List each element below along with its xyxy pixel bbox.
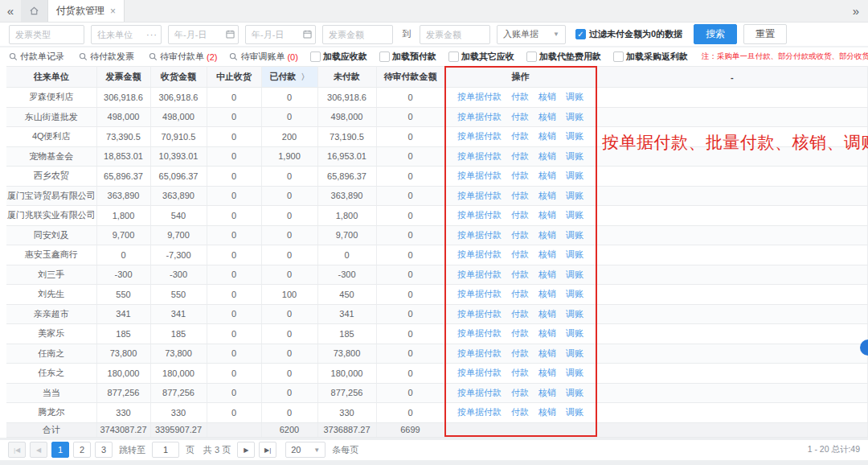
- invoice-type-input[interactable]: [9, 25, 84, 44]
- panel-expand-icon[interactable]: »: [844, 0, 868, 22]
- pay-link[interactable]: 付款: [511, 230, 529, 240]
- pending-adjust-approval-link[interactable]: 待审调账单(0): [229, 51, 297, 63]
- pay-link[interactable]: 付款: [511, 151, 529, 161]
- pay-link[interactable]: 付款: [511, 92, 529, 101]
- writeoff-link[interactable]: 核销: [538, 151, 556, 161]
- writeoff-link[interactable]: 核销: [538, 131, 556, 141]
- adjust-link[interactable]: 调账: [566, 348, 583, 358]
- adjust-link[interactable]: 调账: [566, 368, 583, 377]
- writeoff-link[interactable]: 核销: [538, 348, 556, 358]
- reset-button[interactable]: 重置: [743, 24, 787, 44]
- entry-document-select[interactable]: 入账单据 ▼: [497, 25, 566, 44]
- adjust-link[interactable]: 调账: [566, 249, 583, 259]
- adjust-link[interactable]: 调账: [566, 191, 583, 200]
- pay-link[interactable]: 付款: [511, 309, 529, 319]
- page-size-select[interactable]: 20 ▼: [285, 442, 326, 458]
- pay-by-document-link[interactable]: 按单据付款: [457, 92, 502, 101]
- pay-link[interactable]: 付款: [511, 210, 529, 220]
- pay-link[interactable]: 付款: [511, 368, 529, 377]
- calendar-icon[interactable]: [226, 30, 235, 39]
- pay-by-document-link[interactable]: 按单据付款: [457, 191, 502, 200]
- pay-link[interactable]: 付款: [511, 270, 529, 279]
- writeoff-link[interactable]: 核销: [538, 249, 556, 259]
- pay-link[interactable]: 付款: [511, 289, 529, 298]
- next-page-button[interactable]: ▶: [237, 442, 255, 458]
- first-page-button[interactable]: |◀: [8, 442, 26, 458]
- adjust-link[interactable]: 调账: [566, 210, 583, 220]
- adjust-link[interactable]: 调账: [566, 230, 583, 240]
- adjust-link[interactable]: 调账: [566, 289, 583, 298]
- checkbox[interactable]: [379, 51, 390, 62]
- tab-payment-management[interactable]: 付货款管理 ×: [48, 0, 125, 22]
- writeoff-link[interactable]: 核销: [538, 92, 556, 101]
- page-button-1[interactable]: 1: [51, 442, 69, 458]
- pay-by-document-link[interactable]: 按单据付款: [457, 289, 502, 298]
- search-button[interactable]: 搜索: [694, 24, 737, 44]
- pay-by-document-link[interactable]: 按单据付款: [457, 112, 502, 121]
- pay-link[interactable]: 付款: [511, 249, 529, 259]
- writeoff-link[interactable]: 核销: [538, 210, 556, 220]
- pay-link[interactable]: 付款: [511, 171, 529, 180]
- prev-page-button[interactable]: ◀: [30, 442, 47, 458]
- adjust-link[interactable]: 调账: [566, 407, 583, 417]
- pay-by-document-link[interactable]: 按单据付款: [457, 151, 502, 161]
- writeoff-link[interactable]: 核销: [538, 309, 556, 319]
- pay-link[interactable]: 付款: [511, 112, 529, 121]
- pay-by-document-link[interactable]: 按单据付款: [457, 407, 502, 417]
- adjust-link[interactable]: 调账: [566, 388, 583, 397]
- pay-by-document-link[interactable]: 按单据付款: [457, 171, 502, 180]
- pay-by-document-link[interactable]: 按单据付款: [457, 249, 502, 259]
- pay-by-document-link[interactable]: 按单据付款: [457, 131, 502, 141]
- calendar-icon[interactable]: [303, 30, 312, 39]
- expand-paid-icon[interactable]: 〉: [301, 72, 309, 81]
- payment-record-link[interactable]: 付款单记录: [9, 51, 67, 63]
- writeoff-link[interactable]: 核销: [538, 112, 556, 121]
- load-prepayment-checkbox-item[interactable]: 加载预付款: [379, 51, 436, 63]
- pay-by-document-link[interactable]: 按单据付款: [457, 270, 502, 279]
- pay-by-document-link[interactable]: 按单据付款: [457, 328, 502, 338]
- adjust-link[interactable]: 调账: [566, 112, 583, 121]
- last-page-button[interactable]: ▶|: [259, 442, 276, 458]
- pay-by-document-link[interactable]: 按单据付款: [457, 368, 502, 377]
- pay-by-document-link[interactable]: 按单据付款: [457, 230, 502, 240]
- pending-payment-approval-link[interactable]: 待审付款单(2): [149, 51, 217, 63]
- invoice-amount-to-input[interactable]: [420, 25, 490, 44]
- filter-zero-checkbox-item[interactable]: ✓ 过滤未付金额为0的数据: [575, 28, 682, 40]
- load-purchase-rebate-checkbox-item[interactable]: 加载采购返利款: [613, 51, 688, 63]
- writeoff-link[interactable]: 核销: [538, 368, 556, 377]
- page-button-2[interactable]: 2: [73, 442, 91, 458]
- writeoff-link[interactable]: 核销: [538, 270, 556, 279]
- pay-link[interactable]: 付款: [511, 348, 529, 358]
- partner-input[interactable]: [91, 25, 162, 44]
- pending-invoice-link[interactable]: 待付款发票: [79, 51, 137, 63]
- filter-zero-checkbox[interactable]: ✓: [575, 29, 586, 39]
- load-receivable-checkbox-item[interactable]: 加载应收款: [310, 51, 367, 63]
- pay-link[interactable]: 付款: [511, 407, 529, 417]
- tab-home[interactable]: [21, 0, 48, 22]
- sidebar-collapse-icon[interactable]: «: [0, 0, 21, 22]
- load-other-receivable-checkbox-item[interactable]: 加载其它应收: [448, 51, 514, 63]
- checkbox[interactable]: [613, 51, 624, 62]
- writeoff-link[interactable]: 核销: [538, 289, 556, 298]
- checkbox[interactable]: [526, 51, 537, 62]
- checkbox[interactable]: [448, 51, 459, 62]
- writeoff-link[interactable]: 核销: [538, 230, 556, 240]
- writeoff-link[interactable]: 核销: [538, 171, 556, 180]
- pay-link[interactable]: 付款: [511, 191, 529, 200]
- adjust-link[interactable]: 调账: [566, 270, 583, 279]
- adjust-link[interactable]: 调账: [566, 309, 583, 319]
- adjust-link[interactable]: 调账: [566, 92, 583, 101]
- pay-by-document-link[interactable]: 按单据付款: [457, 309, 502, 319]
- pay-link[interactable]: 付款: [511, 131, 529, 141]
- load-advance-expense-checkbox-item[interactable]: 加载代垫费用款: [526, 51, 601, 63]
- checkbox[interactable]: [310, 51, 321, 62]
- page-button-3[interactable]: 3: [95, 442, 113, 458]
- adjust-link[interactable]: 调账: [566, 131, 583, 141]
- pay-link[interactable]: 付款: [511, 388, 529, 397]
- adjust-link[interactable]: 调账: [566, 328, 583, 338]
- jump-page-input[interactable]: [152, 442, 179, 458]
- adjust-link[interactable]: 调账: [566, 171, 583, 180]
- tab-close-icon[interactable]: ×: [110, 6, 116, 17]
- adjust-link[interactable]: 调账: [566, 151, 583, 161]
- pay-by-document-link[interactable]: 按单据付款: [457, 348, 502, 358]
